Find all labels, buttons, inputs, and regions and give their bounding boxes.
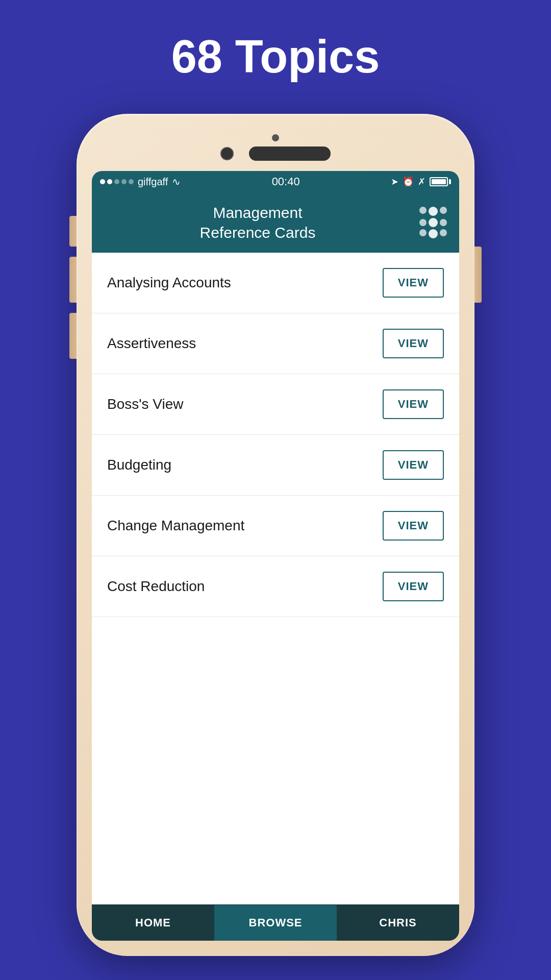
view-button-analysing-accounts[interactable]: VIEW	[383, 268, 444, 298]
signal-dot-4	[121, 179, 127, 184]
list-item: Cost Reduction VIEW	[92, 556, 459, 617]
alarm-icon: ⏰	[403, 176, 414, 187]
tab-home[interactable]: HOME	[92, 905, 214, 941]
app-title: Management Reference Cards	[104, 203, 411, 242]
phone-side-buttons-left	[69, 216, 77, 359]
signal-bars	[100, 179, 134, 184]
wifi-icon: ∿	[172, 176, 181, 188]
battery-tip	[449, 179, 451, 184]
status-bar: giffgaff ∿ 00:40 ➤ ⏰ ✗	[92, 171, 459, 192]
location-icon: ➤	[391, 176, 398, 187]
view-button-cost-reduction[interactable]: VIEW	[383, 572, 444, 601]
status-right: ➤ ⏰ ✗	[391, 176, 451, 187]
topic-label: Assertiveness	[107, 335, 196, 352]
list-item: Change Management VIEW	[92, 496, 459, 556]
bluetooth-icon: ✗	[418, 176, 425, 187]
topic-label: Change Management	[107, 518, 244, 534]
topic-label: Boss's View	[107, 396, 184, 412]
list-item: Analysing Accounts VIEW	[92, 253, 459, 313]
front-camera-dot	[272, 134, 279, 141]
phone-screen: giffgaff ∿ 00:40 ➤ ⏰ ✗ Management	[92, 171, 459, 941]
list-item: Boss's View VIEW	[92, 374, 459, 435]
earpiece-speaker	[249, 146, 331, 161]
app-header: Management Reference Cards	[92, 192, 459, 253]
app-logo	[419, 207, 447, 238]
status-time: 00:40	[272, 175, 300, 188]
topic-label: Cost Reduction	[107, 578, 205, 595]
topic-list: Analysing Accounts VIEW Assertiveness VI…	[92, 253, 459, 904]
topic-label: Analysing Accounts	[107, 275, 231, 291]
status-left: giffgaff ∿	[100, 176, 181, 188]
tab-browse[interactable]: BROWSE	[214, 905, 337, 941]
view-button-assertiveness[interactable]: VIEW	[383, 329, 444, 358]
mute-button	[69, 216, 77, 247]
tab-chris[interactable]: CHRIS	[337, 905, 459, 941]
topic-label: Budgeting	[107, 457, 171, 473]
battery-body	[430, 177, 448, 186]
list-item: Budgeting VIEW	[92, 435, 459, 496]
power-button	[474, 247, 482, 303]
front-camera	[220, 147, 234, 160]
volume-down-button	[69, 313, 77, 359]
signal-dot-5	[129, 179, 134, 184]
signal-dot-1	[100, 179, 105, 184]
phone-shell: giffgaff ∿ 00:40 ➤ ⏰ ✗ Management	[77, 114, 474, 956]
page-title: 68 Topics	[171, 31, 380, 83]
phone-side-buttons-right	[474, 247, 482, 303]
phone-top	[92, 129, 459, 171]
view-button-bosss-view[interactable]: VIEW	[383, 389, 444, 419]
signal-dot-3	[114, 179, 119, 184]
view-button-budgeting[interactable]: VIEW	[383, 450, 444, 480]
tab-bar: HOME BROWSE CHRIS	[92, 904, 459, 941]
list-item: Assertiveness VIEW	[92, 313, 459, 374]
signal-dot-2	[107, 179, 112, 184]
carrier-name: giffgaff	[138, 176, 168, 188]
battery-icon	[430, 177, 451, 186]
volume-up-button	[69, 257, 77, 303]
view-button-change-management[interactable]: VIEW	[383, 511, 444, 541]
battery-fill	[432, 179, 446, 184]
